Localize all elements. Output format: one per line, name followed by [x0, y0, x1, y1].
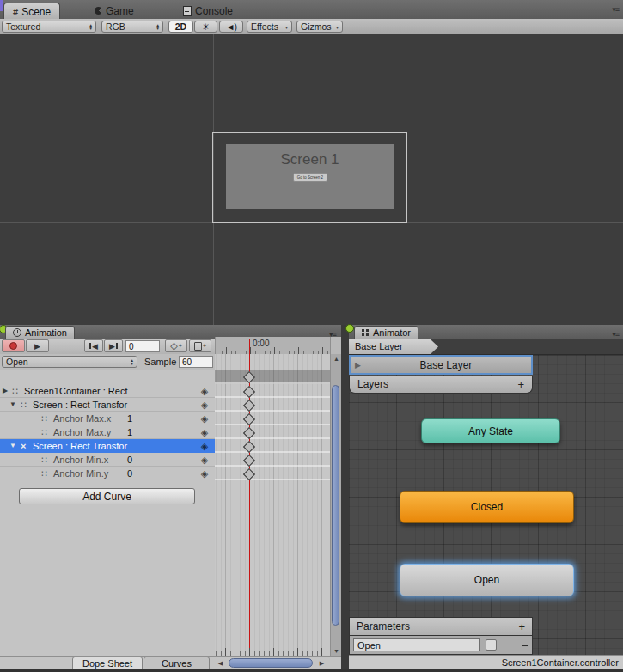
animator-panel-menu-icon[interactable]: ▾≡ — [612, 330, 619, 339]
screen1-title: Screen 1 — [226, 151, 394, 168]
live-indicator-dot — [345, 324, 354, 333]
sample-label: Sample — [144, 357, 176, 367]
draw-mode-dropdown[interactable]: Textured ▴▾ — [2, 21, 96, 33]
animation-controls-toolbar: ▶ ◀ ▶ 0 ◇ + + — [0, 339, 215, 355]
scene-panel-menu-icon[interactable]: ▾≡ — [612, 5, 619, 14]
panel-divider[interactable] — [341, 325, 349, 672]
add-curve-button[interactable]: Add Curve — [19, 488, 195, 504]
property-row-screen-rect-1[interactable]: ▼ ∷ Screen : Rect Transfor ◈ — [0, 398, 215, 412]
keyframe-diamond-icon[interactable]: ◈ — [198, 453, 211, 467]
tab-game[interactable]: Game — [86, 3, 143, 19]
state-node-open-selected[interactable]: Open — [400, 564, 574, 596]
foldout-open-icon[interactable]: ▼ — [9, 398, 16, 412]
add-parameter-icon[interactable]: + — [518, 620, 525, 633]
gizmos-label: Gizmos — [301, 21, 332, 32]
property-label: Anchor Min.x — [53, 453, 108, 467]
property-value[interactable]: 0 — [127, 467, 143, 480]
frame-field[interactable]: 0 — [125, 340, 160, 352]
scroll-left-icon[interactable]: ◀ — [215, 660, 226, 667]
layer-row-base-layer[interactable]: ▶ Base Layer — [349, 355, 533, 375]
property-value[interactable]: 1 — [127, 412, 143, 425]
property-row-anchor-min-y[interactable]: ∷ Anchor Min.y 0 ◈ — [0, 467, 215, 480]
animator-nodes-icon — [362, 329, 370, 337]
clip-dropdown[interactable]: Open ▴▾ — [2, 356, 137, 368]
remove-parameter-icon[interactable]: − — [522, 638, 528, 652]
parameter-row: Open − — [349, 636, 533, 655]
color-mode-dropdown[interactable]: RGB ▴▾ — [101, 21, 163, 33]
add-event-button[interactable]: + — [189, 339, 211, 352]
rect-transform-icon: ∷ — [12, 384, 17, 398]
unity-editor-window: # Scene Game Console ▾≡ Textured ▴▾ RGB … — [0, 0, 623, 672]
property-row-screen1container[interactable]: ▶ ∷ Screen1Container : Rect ◈ — [0, 384, 215, 398]
tab-game-label: Game — [106, 5, 134, 17]
parameters-header[interactable]: Parameters + — [349, 617, 533, 636]
spinner-arrows-icon: ▴▾ — [156, 23, 159, 30]
keyframe-diamond-icon[interactable]: ◈ — [198, 467, 211, 480]
2d-toggle[interactable]: 2D — [168, 21, 193, 33]
first-key-icon — [89, 343, 91, 349]
tab-animation[interactable]: Animation — [5, 326, 75, 339]
rect-transform-icon: × — [21, 439, 25, 453]
scroll-up-icon[interactable]: ▲ — [331, 356, 342, 362]
sample-value: 60 — [182, 357, 192, 367]
scene-view-toolbar: Textured ▴▾ RGB ▴▾ 2D ☀ ◄) Effects ▾ Giz… — [0, 19, 623, 35]
keyframe-diamond-icon: ◇ — [170, 340, 177, 351]
screen1-button[interactable]: Go to Screen 2 — [293, 173, 327, 182]
horizontal-scrollbar-thumb[interactable] — [229, 658, 313, 668]
tab-scene[interactable]: # Scene — [3, 3, 60, 20]
effects-label: Effects — [251, 21, 278, 32]
property-row-anchor-max-x[interactable]: ∷ Anchor Max.x 1 ◈ — [0, 412, 215, 425]
scene-viewport[interactable]: Screen 1 Go to Screen 2 — [0, 34, 623, 325]
keyframe-diamond-icon[interactable]: ◈ — [198, 425, 211, 439]
layer-play-icon: ▶ — [355, 361, 361, 370]
rect-transform-icon: ∷ — [21, 398, 26, 412]
keyframe-diamond-icon[interactable]: ◈ — [198, 439, 211, 453]
first-key-button[interactable]: ◀ — [84, 339, 103, 352]
property-row-screen-rect-2-selected[interactable]: ▼ × Screen : Rect Transfor ◈ — [0, 439, 215, 453]
keyframe-diamond-icon[interactable]: ◈ — [198, 398, 211, 412]
add-layer-icon[interactable]: + — [517, 378, 524, 391]
property-row-anchor-max-y[interactable]: ∷ Anchor Max.y 1 ◈ — [0, 425, 215, 439]
record-button[interactable] — [2, 339, 25, 352]
screen1-panel[interactable]: Screen 1 Go to Screen 2 — [226, 144, 394, 209]
gizmos-dropdown[interactable]: Gizmos ▾ — [296, 21, 343, 33]
breadcrumb-base-layer[interactable]: Base Layer — [349, 339, 438, 354]
tab-console[interactable]: Console — [174, 3, 241, 19]
vertical-scrollbar-thumb[interactable] — [332, 385, 339, 626]
keyframe-diamond-icon[interactable]: ◈ — [198, 384, 211, 398]
property-value[interactable]: 0 — [127, 453, 143, 467]
tab-curves[interactable]: Curves — [144, 657, 210, 669]
scene-audio-button[interactable]: ◄) — [219, 21, 243, 33]
frame-value: 0 — [129, 342, 134, 351]
timeline-time-label: 0:00 — [253, 339, 269, 348]
property-label: Anchor Min.y — [53, 467, 108, 480]
event-marker-icon — [194, 342, 202, 351]
state-node-any-state[interactable]: Any State — [421, 418, 560, 443]
parameter-bool-checkbox[interactable] — [486, 639, 497, 651]
tab-scene-label: Scene — [21, 6, 51, 18]
layer-name: Base Layer — [361, 359, 531, 371]
keyframe-diamond-icon[interactable]: ◈ — [198, 412, 211, 425]
scroll-down-icon[interactable]: ▼ — [331, 648, 342, 654]
property-row-anchor-min-x[interactable]: ∷ Anchor Min.x 0 ◈ — [0, 453, 215, 467]
parameter-name-field[interactable]: Open — [353, 638, 480, 651]
sample-field[interactable]: 60 — [179, 356, 213, 368]
play-button[interactable]: ▶ — [26, 339, 49, 352]
foldout-open-icon[interactable]: ▼ — [9, 439, 16, 453]
tab-dope-sheet[interactable]: Dope Sheet — [72, 657, 143, 669]
scene-lighting-button[interactable]: ☀ — [194, 21, 217, 33]
last-key-button[interactable]: ▶ — [104, 339, 123, 352]
timeline-ruler[interactable]: 0:00 — [215, 337, 330, 354]
play-icon: ▶ — [34, 342, 40, 351]
tab-animator[interactable]: Animator — [354, 326, 418, 339]
foldout-closed-icon[interactable]: ▶ — [3, 384, 8, 398]
record-icon — [9, 342, 17, 350]
state-node-closed[interactable]: Closed — [400, 491, 574, 523]
scroll-right-icon[interactable]: ▶ — [316, 660, 327, 667]
add-keyframe-button[interactable]: ◇ + — [165, 339, 187, 352]
sun-icon: ☀ — [202, 21, 210, 32]
tab-console-label: Console — [195, 5, 233, 17]
layers-header[interactable]: Layers + — [349, 376, 533, 394]
effects-dropdown[interactable]: Effects ▾ — [247, 21, 292, 33]
property-value[interactable]: 1 — [127, 425, 143, 439]
